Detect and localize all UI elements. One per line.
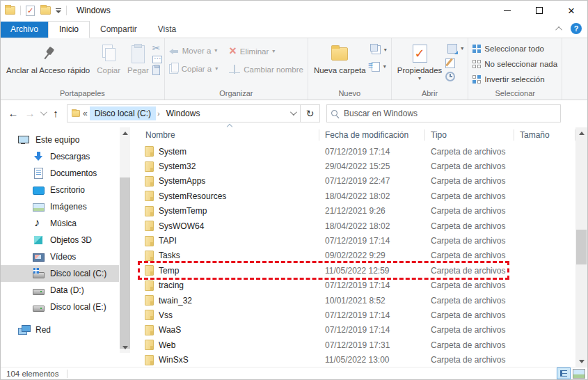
paste-shortcut-icon[interactable] bbox=[152, 65, 160, 75]
sidebar-item-documentos[interactable]: Documentos bbox=[1, 165, 137, 182]
file-row[interactable]: twain_32 10/01/2021 8:52 Carpeta de arch… bbox=[140, 293, 587, 308]
breadcrumb-drive[interactable]: Disco local (C:) bbox=[90, 106, 156, 120]
open-button[interactable]: ▾ bbox=[445, 42, 466, 55]
scroll-up-icon[interactable] bbox=[120, 127, 130, 138]
column-header-name[interactable]: Nombre bbox=[140, 129, 319, 141]
new-item-button[interactable]: ▾ bbox=[370, 61, 389, 73]
customize-toolbar-caret-icon[interactable] bbox=[56, 8, 61, 13]
refresh-icon[interactable] bbox=[301, 104, 320, 122]
sidebar-item-disco-local-e[interactable]: Disco local (E:) bbox=[1, 299, 137, 315]
explorer-window: Windows Archivo Inicio Compartir Vista A… bbox=[0, 0, 588, 380]
file-row[interactable]: System32 29/04/2022 15:25 Carpeta de arc… bbox=[140, 159, 587, 173]
address-bar[interactable]: « Disco local (C:) › Windows bbox=[67, 104, 301, 122]
paste-button[interactable]: Pegar bbox=[124, 40, 152, 76]
group-label-clipboard: Portapapeles bbox=[3, 88, 162, 100]
history-icon[interactable] bbox=[445, 72, 455, 81]
file-modified: 09/02/2022 9:29 bbox=[319, 251, 425, 260]
file-row[interactable]: tracing 07/12/2019 17:14 Carpeta de arch… bbox=[140, 278, 587, 293]
close-button[interactable] bbox=[555, 1, 587, 20]
copy-button[interactable]: Copiar bbox=[93, 40, 124, 76]
sidebar-item-objetos-3d[interactable]: Objetos 3D bbox=[1, 232, 137, 248]
up-button[interactable]: ↑ bbox=[47, 105, 64, 122]
easy-access-button[interactable]: ▾ bbox=[370, 44, 389, 56]
sidebar-item-v-deos[interactable]: Vídeos bbox=[1, 248, 137, 265]
file-row[interactable]: Tasks 09/02/2022 9:29 Carpeta de archivo… bbox=[140, 248, 587, 263]
breadcrumb-folder[interactable]: Windows bbox=[161, 106, 205, 120]
sidebar-item-disco-local-c[interactable]: Disco local (C:) bbox=[1, 265, 119, 282]
file-row[interactable]: WaaS 07/12/2019 17:14 Carpeta de archivo… bbox=[140, 323, 587, 338]
tab-compartir[interactable]: Compartir bbox=[90, 22, 148, 38]
folder-icon bbox=[145, 325, 154, 335]
file-row[interactable]: SystemResources 18/04/2022 18:02 Carpeta… bbox=[140, 189, 587, 203]
maximize-button[interactable] bbox=[523, 1, 555, 20]
pin-to-quick-access-button[interactable]: Anclar al Acceso rápido bbox=[3, 40, 93, 76]
forward-button[interactable]: → bbox=[22, 105, 38, 122]
minimize-button[interactable] bbox=[491, 1, 523, 20]
sidebar-item-escritorio[interactable]: Escritorio bbox=[1, 182, 137, 198]
file-row[interactable]: TAPI 07/12/2019 17:14 Carpeta de archivo… bbox=[140, 233, 587, 248]
quick-access-properties-icon[interactable] bbox=[26, 6, 35, 16]
details-view-button[interactable] bbox=[557, 367, 571, 379]
new-folder-icon bbox=[331, 47, 348, 61]
tab-vista[interactable]: Vista bbox=[148, 22, 186, 38]
delete-button[interactable]: Eliminar▾ bbox=[227, 45, 305, 58]
folder-icon bbox=[145, 340, 154, 350]
file-row[interactable]: Web 07/12/2019 17:31 Carpeta de archivos bbox=[140, 338, 587, 352]
scrollbar-thumb[interactable] bbox=[120, 177, 130, 349]
tab-archivo[interactable]: Archivo bbox=[1, 22, 48, 38]
scroll-down-icon[interactable] bbox=[120, 342, 130, 353]
file-row[interactable]: Temp 11/05/2022 12:59 Carpeta de archivo… bbox=[140, 263, 587, 278]
sidebar-item-descargas[interactable]: Descargas bbox=[1, 148, 137, 165]
app-folder-icon bbox=[5, 6, 15, 15]
file-row[interactable]: Vss 07/12/2019 17:14 Carpeta de archivos bbox=[140, 308, 587, 322]
scrollbar-thumb[interactable] bbox=[576, 230, 587, 264]
recent-locations-icon[interactable] bbox=[38, 105, 47, 122]
select-none-button[interactable]: No seleccionar nada bbox=[470, 58, 559, 70]
sidebar-scrollbar[interactable] bbox=[120, 127, 130, 353]
sidebar-item-este-equipo[interactable]: Este equipo bbox=[1, 132, 137, 148]
copy-to-button[interactable]: Copiar a▾ bbox=[167, 63, 220, 75]
scroll-down-icon[interactable] bbox=[575, 356, 587, 367]
file-row[interactable]: WinSxS 11/05/2022 13:00 Carpeta de archi… bbox=[140, 352, 587, 367]
search-input[interactable] bbox=[344, 109, 556, 118]
new-item-icon bbox=[372, 45, 381, 54]
sidebar-item-red[interactable]: Red bbox=[1, 322, 137, 338]
drive-windows-icon bbox=[33, 268, 44, 279]
scroll-up-icon[interactable] bbox=[575, 127, 587, 138]
new-folder-button[interactable]: Nueva carpeta bbox=[310, 40, 370, 76]
breadcrumb-separator-icon[interactable]: › bbox=[156, 109, 161, 118]
file-row[interactable]: SystemApps 07/12/2019 22:47 Carpeta de a… bbox=[140, 174, 587, 189]
column-header-modified[interactable]: Fecha de modificación bbox=[319, 129, 425, 141]
file-type: Carpeta de archivos bbox=[425, 221, 514, 231]
filelist-scrollbar[interactable] bbox=[575, 127, 587, 367]
address-dropdown-icon[interactable] bbox=[286, 111, 299, 116]
back-button[interactable]: ← bbox=[5, 105, 22, 122]
sidebar-item-im-genes[interactable]: Imágenes bbox=[1, 198, 137, 215]
search-box[interactable] bbox=[326, 104, 561, 122]
sidebar-item-data-d[interactable]: Data (D:) bbox=[1, 282, 137, 299]
file-row[interactable]: System 07/12/2019 17:14 Carpeta de archi… bbox=[140, 144, 587, 159]
copy-path-icon[interactable] bbox=[152, 56, 162, 63]
move-to-button[interactable]: Mover a▾ bbox=[167, 45, 220, 56]
folder-icon bbox=[145, 310, 154, 320]
rename-button[interactable]: Cambiar nombre bbox=[227, 64, 305, 75]
large-icons-view-button[interactable] bbox=[573, 369, 585, 379]
breadcrumb-overflow[interactable]: « bbox=[83, 109, 88, 118]
file-row[interactable]: SystemTemp 21/12/2021 9:26 Carpeta de ar… bbox=[140, 204, 587, 219]
help-icon[interactable] bbox=[571, 23, 582, 34]
tab-inicio[interactable]: Inicio bbox=[48, 21, 90, 38]
divider bbox=[20, 6, 21, 15]
file-row[interactable]: SysWOW64 18/04/2022 18:02 Carpeta de arc… bbox=[140, 219, 587, 233]
sidebar-item-m-sica[interactable]: Música bbox=[1, 215, 137, 232]
title-bar: Windows bbox=[1, 1, 587, 20]
folder-icon bbox=[145, 161, 154, 172]
collapse-ribbon-icon[interactable] bbox=[555, 26, 562, 33]
properties-button[interactable]: Propiedades ▾ bbox=[394, 40, 446, 81]
column-header-size[interactable]: Tamaño bbox=[514, 129, 575, 141]
column-header-type[interactable]: Tipo bbox=[425, 129, 514, 141]
edit-icon[interactable] bbox=[445, 58, 455, 68]
file-type: Carpeta de archivos bbox=[425, 251, 514, 260]
invert-selection-button[interactable]: Invertir selección bbox=[470, 74, 559, 85]
select-all-button[interactable]: Seleccionar todo bbox=[470, 43, 559, 54]
quick-access-new-folder-icon[interactable] bbox=[40, 6, 51, 15]
